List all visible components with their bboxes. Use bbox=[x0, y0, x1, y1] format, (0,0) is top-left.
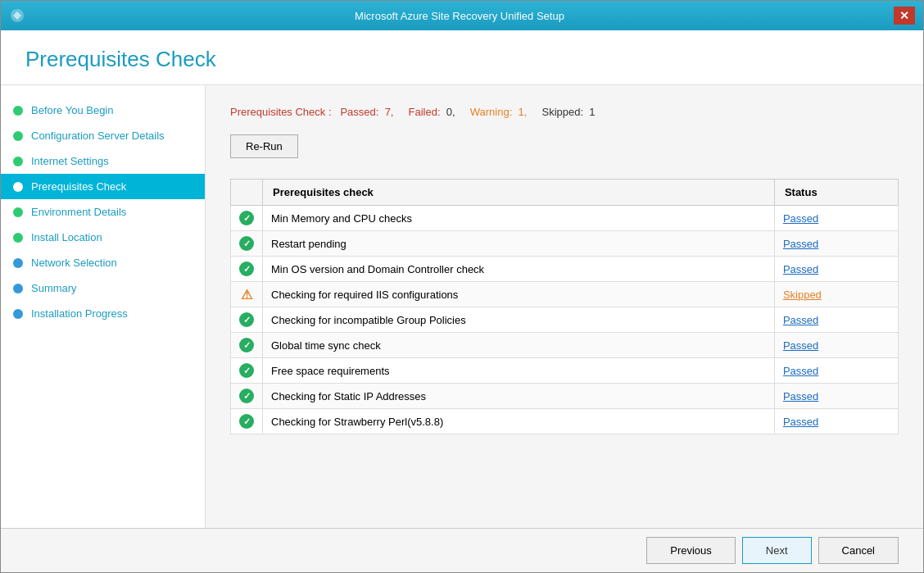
main-window: Microsoft Azure Site Recovery Unified Se… bbox=[0, 0, 924, 573]
dot-icon bbox=[13, 106, 23, 116]
sidebar-item-prerequisites[interactable]: Prerequisites Check bbox=[1, 174, 205, 199]
table-row: ⚠Checking for required IIS configuration… bbox=[231, 282, 899, 307]
content-area: Prerequisites Check Before You Begin Con… bbox=[1, 30, 923, 572]
warn-icon: ⚠ bbox=[239, 287, 254, 302]
spacer2 bbox=[458, 106, 467, 118]
sidebar-item-label: Before You Begin bbox=[31, 104, 113, 116]
previous-button[interactable]: Previous bbox=[646, 537, 736, 564]
pass-icon: ✓ bbox=[239, 363, 254, 378]
sidebar: Before You Begin Configuration Server De… bbox=[1, 85, 206, 528]
failed-label: Failed: bbox=[409, 106, 444, 118]
status-link[interactable]: Passed bbox=[783, 416, 818, 428]
row-icon-cell: ✓ bbox=[231, 333, 263, 358]
row-icon-cell: ✓ bbox=[231, 257, 263, 282]
table-header-icon bbox=[231, 180, 263, 206]
table-row: ✓Restart pendingPassed bbox=[231, 231, 899, 257]
dot-icon bbox=[13, 131, 23, 141]
sidebar-item-label: Network Selection bbox=[31, 257, 117, 269]
table-row: ✓Checking for Static IP AddressesPassed bbox=[231, 384, 899, 409]
rerun-button[interactable]: Re-Run bbox=[230, 134, 298, 158]
sidebar-item-installation-progress[interactable]: Installation Progress bbox=[1, 301, 205, 326]
sidebar-item-label: Configuration Server Details bbox=[31, 130, 165, 142]
table-row: ✓Min OS version and Domain Controller ch… bbox=[231, 257, 899, 282]
sidebar-item-network-selection[interactable]: Network Selection bbox=[1, 250, 205, 275]
status-link[interactable]: Passed bbox=[783, 314, 818, 326]
window-title: Microsoft Azure Site Recovery Unified Se… bbox=[25, 10, 894, 22]
row-check-name: Min Memory and CPU checks bbox=[263, 206, 775, 231]
status-link[interactable]: Passed bbox=[783, 212, 818, 225]
next-button[interactable]: Next bbox=[742, 537, 812, 564]
titlebar: Microsoft Azure Site Recovery Unified Se… bbox=[1, 1, 923, 30]
pass-icon: ✓ bbox=[239, 338, 254, 352]
row-status[interactable]: Passed bbox=[774, 409, 898, 434]
row-status[interactable]: Passed bbox=[774, 206, 898, 231]
row-icon-cell: ✓ bbox=[231, 231, 263, 257]
row-status[interactable]: Passed bbox=[774, 257, 898, 282]
row-status[interactable]: Skipped bbox=[774, 282, 898, 307]
row-status[interactable]: Passed bbox=[774, 358, 898, 384]
status-link[interactable]: Passed bbox=[783, 263, 818, 275]
sidebar-item-label: Prerequisites Check bbox=[31, 180, 126, 193]
pass-icon: ✓ bbox=[239, 312, 254, 327]
skipped-count: 1 bbox=[589, 106, 595, 118]
footer: Previous Next Cancel bbox=[1, 528, 923, 572]
row-check-name: Checking for required IIS configurations bbox=[263, 282, 775, 307]
row-icon-cell: ⚠ bbox=[231, 282, 263, 307]
dot-icon bbox=[13, 182, 23, 192]
sidebar-item-summary[interactable]: Summary bbox=[1, 275, 205, 301]
row-status[interactable]: Passed bbox=[774, 384, 898, 409]
sidebar-item-install-location[interactable]: Install Location bbox=[1, 225, 205, 250]
skipped-label: Skipped: bbox=[541, 106, 586, 118]
row-status[interactable]: Passed bbox=[774, 231, 898, 257]
row-icon-cell: ✓ bbox=[231, 358, 263, 384]
close-button[interactable]: ✕ bbox=[894, 7, 915, 25]
row-check-name: Min OS version and Domain Controller che… bbox=[263, 257, 775, 282]
row-status[interactable]: Passed bbox=[774, 333, 898, 358]
dot-icon bbox=[13, 233, 23, 243]
status-link[interactable]: Passed bbox=[783, 365, 818, 377]
sidebar-item-config-server[interactable]: Configuration Server Details bbox=[1, 123, 205, 148]
warning-label: Warning: bbox=[470, 106, 515, 118]
row-icon-cell: ✓ bbox=[231, 307, 263, 333]
warning-count: 1, bbox=[519, 106, 528, 118]
pass-icon: ✓ bbox=[239, 211, 254, 225]
row-check-name: Restart pending bbox=[263, 231, 775, 257]
row-icon-cell: ✓ bbox=[231, 206, 263, 231]
row-check-name: Checking for incompatible Group Policies bbox=[263, 307, 775, 333]
cancel-button[interactable]: Cancel bbox=[818, 537, 899, 564]
sidebar-item-internet-settings[interactable]: Internet Settings bbox=[1, 148, 205, 174]
sidebar-item-label: Environment Details bbox=[31, 206, 126, 218]
sidebar-item-label: Installation Progress bbox=[31, 307, 128, 320]
table-row: ✓Free space requirementsPassed bbox=[231, 358, 899, 384]
row-check-name: Checking for Strawberry Perl(v5.8.8) bbox=[263, 409, 775, 434]
table-row: ✓Min Memory and CPU checksPassed bbox=[231, 206, 899, 231]
page-header: Prerequisites Check bbox=[1, 30, 923, 85]
status-link[interactable]: Passed bbox=[783, 390, 818, 402]
status-link[interactable]: Passed bbox=[783, 339, 818, 352]
spacer bbox=[396, 106, 405, 118]
row-status[interactable]: Passed bbox=[774, 307, 898, 333]
table-row: ✓Checking for Strawberry Perl(v5.8.8)Pas… bbox=[231, 409, 899, 434]
row-check-name: Checking for Static IP Addresses bbox=[263, 384, 775, 409]
table-header-check: Prerequisites check bbox=[263, 180, 775, 206]
dot-icon bbox=[13, 258, 23, 268]
sidebar-item-label: Install Location bbox=[31, 231, 102, 243]
status-link[interactable]: Skipped bbox=[783, 289, 822, 301]
row-check-name: Global time sync check bbox=[263, 333, 775, 358]
pass-icon: ✓ bbox=[239, 261, 254, 276]
summary-bar: Prerequisites Check : Passed: 7, Failed:… bbox=[230, 106, 899, 118]
app-icon bbox=[9, 7, 25, 24]
passed-label: Passed: bbox=[340, 106, 382, 118]
pass-icon: ✓ bbox=[239, 236, 254, 251]
summary-label: Prerequisites Check : bbox=[230, 106, 337, 118]
dot-icon bbox=[13, 207, 23, 217]
sidebar-item-label: Summary bbox=[31, 282, 77, 294]
main-body: Before You Begin Configuration Server De… bbox=[1, 85, 923, 528]
sidebar-item-before-you-begin[interactable]: Before You Begin bbox=[1, 98, 205, 123]
status-link[interactable]: Passed bbox=[783, 238, 818, 250]
table-row: ✓Checking for incompatible Group Policie… bbox=[231, 307, 899, 333]
spacer3 bbox=[530, 106, 539, 118]
failed-count: 0, bbox=[446, 106, 455, 118]
dot-icon bbox=[13, 309, 23, 319]
sidebar-item-environment[interactable]: Environment Details bbox=[1, 199, 205, 225]
